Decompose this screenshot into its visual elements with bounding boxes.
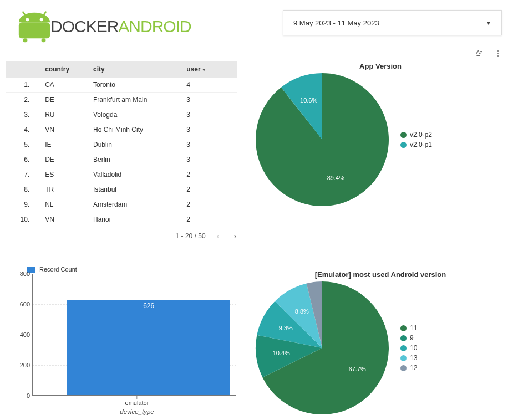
cell-index: 8. bbox=[6, 182, 42, 197]
more-menu-icon[interactable]: ⋮ bbox=[494, 49, 502, 58]
table-row: 8.TRIstanbul2 bbox=[6, 182, 237, 197]
bar-xaxis-label: device_type bbox=[32, 406, 242, 415]
legend-swatch bbox=[400, 365, 407, 371]
pagination-label: 1 - 20 / 50 bbox=[176, 232, 206, 240]
cell-index: 5. bbox=[6, 137, 42, 152]
next-page-button[interactable]: › bbox=[230, 231, 240, 242]
cell-index: 2. bbox=[6, 93, 42, 107]
record-count-bar-chart: Record Count 0200400600800626 | emulator… bbox=[6, 266, 244, 415]
cell-country: CA bbox=[42, 78, 90, 93]
slice-label: 9.3% bbox=[279, 325, 293, 331]
cell-user: 2 bbox=[183, 167, 237, 182]
cell-index: 6. bbox=[6, 152, 42, 167]
slice-label: 10.6% bbox=[300, 97, 317, 104]
bar[interactable]: 626 bbox=[67, 300, 230, 395]
y-tick-label: 600 bbox=[20, 301, 33, 308]
legend-label: v2.0-p1 bbox=[410, 141, 432, 148]
cell-index: 9. bbox=[6, 197, 42, 212]
date-range-picker[interactable]: 9 May 2023 - 11 May 2023 ▼ bbox=[283, 10, 502, 35]
cell-city: Dublin bbox=[90, 137, 183, 152]
slice-label: 89.4% bbox=[327, 175, 344, 181]
header-country[interactable]: country bbox=[42, 61, 90, 78]
cell-city: Istanbul bbox=[90, 182, 183, 197]
table-row: 3.RUVologda3 bbox=[6, 107, 237, 122]
location-table: country city user 1.CAToronto42.DEFrankf… bbox=[6, 61, 237, 227]
cell-country: DE bbox=[42, 152, 90, 167]
slice-label: 8.8% bbox=[295, 308, 309, 315]
cell-city: Vologda bbox=[90, 107, 183, 122]
table-pagination: 1 - 20 / 50 ‹ › bbox=[6, 227, 244, 242]
header-user[interactable]: user bbox=[183, 61, 237, 78]
slice-label: 67.7% bbox=[349, 366, 366, 372]
legend-swatch bbox=[400, 335, 407, 341]
header-city[interactable]: city bbox=[90, 61, 183, 78]
android-version-chart: [Emulator] most used Android version 67.… bbox=[247, 269, 513, 415]
cell-city: Toronto bbox=[90, 78, 183, 93]
pie-svg: 67.7%10.4%9.3%8.8% bbox=[255, 281, 389, 415]
svg-point-1 bbox=[26, 18, 29, 21]
bar-legend-label: Record Count bbox=[39, 266, 77, 273]
bar-value-label: 626 bbox=[143, 302, 154, 310]
cell-index: 3. bbox=[6, 107, 42, 122]
cell-user: 3 bbox=[183, 137, 237, 152]
legend-item[interactable]: 11 bbox=[400, 324, 417, 332]
cell-index: 1. bbox=[6, 78, 42, 93]
legend-label: 12 bbox=[410, 364, 417, 372]
cell-index: 10. bbox=[6, 212, 42, 227]
legend-label: v2.0-p2 bbox=[410, 131, 432, 139]
svg-rect-0 bbox=[19, 22, 50, 38]
cell-country: TR bbox=[42, 182, 90, 197]
table-header-row: country city user bbox=[6, 61, 237, 78]
prev-page-button[interactable]: ‹ bbox=[214, 231, 223, 242]
table-row: 10.VNHanoi2 bbox=[6, 212, 237, 227]
table-row: 1.CAToronto4 bbox=[6, 78, 237, 93]
bar-plot-area: 0200400600800626 bbox=[32, 274, 236, 396]
svg-rect-6 bbox=[42, 38, 46, 42]
legend-swatch bbox=[400, 325, 407, 331]
cell-user: 2 bbox=[183, 197, 237, 212]
legend-item[interactable]: 12 bbox=[400, 364, 417, 372]
cell-city: Frankfurt am Main bbox=[90, 93, 183, 107]
sort-az-icon[interactable]: A̲Z bbox=[476, 49, 482, 58]
legend-item[interactable]: 10 bbox=[400, 344, 417, 352]
header-index[interactable] bbox=[6, 61, 42, 78]
cell-city: Hanoi bbox=[90, 212, 183, 227]
legend-item[interactable]: v2.0-p2 bbox=[400, 131, 432, 139]
location-table-card: country city user 1.CAToronto42.DEFrankf… bbox=[6, 61, 244, 242]
y-tick-label: 0 bbox=[27, 392, 33, 399]
android-icon bbox=[16, 10, 53, 43]
date-range-label: 9 May 2023 - 11 May 2023 bbox=[293, 19, 379, 27]
chart-title: App Version bbox=[247, 61, 513, 73]
cell-index: 7. bbox=[6, 167, 42, 182]
chart-title: [Emulator] most used Android version bbox=[247, 269, 513, 281]
cell-user: 3 bbox=[183, 152, 237, 167]
cell-user: 2 bbox=[183, 182, 237, 197]
y-tick-label: 200 bbox=[20, 362, 33, 368]
cell-user: 4 bbox=[183, 78, 237, 93]
bar-category-label: emulator bbox=[32, 398, 242, 406]
cell-country: RU bbox=[42, 107, 90, 122]
slice-label: 10.4% bbox=[273, 350, 290, 356]
brand-logo: DOCKERANDROID bbox=[6, 10, 283, 43]
legend-swatch bbox=[400, 355, 407, 361]
cell-user: 3 bbox=[183, 122, 237, 137]
brand-name-1: DOCKER bbox=[50, 17, 118, 35]
table-row: 7.ESValladolid2 bbox=[6, 167, 237, 182]
cell-country: DE bbox=[42, 93, 90, 107]
cell-index: 4. bbox=[6, 122, 42, 137]
y-tick-label: 400 bbox=[20, 331, 33, 338]
legend-item[interactable]: v2.0-p1 bbox=[400, 141, 432, 148]
table-row: 2.DEFrankfurt am Main3 bbox=[6, 93, 237, 107]
cell-city: Ho Chi Minh City bbox=[90, 122, 183, 137]
dropdown-icon: ▼ bbox=[486, 20, 491, 26]
cell-user: 2 bbox=[183, 212, 237, 227]
cell-country: NL bbox=[42, 197, 90, 212]
cell-country: VN bbox=[42, 122, 90, 137]
legend-item[interactable]: 9 bbox=[400, 334, 417, 342]
svg-rect-5 bbox=[23, 38, 28, 42]
cell-country: IE bbox=[42, 137, 90, 152]
legend-item[interactable]: 13 bbox=[400, 354, 417, 362]
table-row: 6.DEBerlin3 bbox=[6, 152, 237, 167]
table-row: 9.NLAmsterdam2 bbox=[6, 197, 237, 212]
legend-label: 13 bbox=[410, 354, 417, 362]
